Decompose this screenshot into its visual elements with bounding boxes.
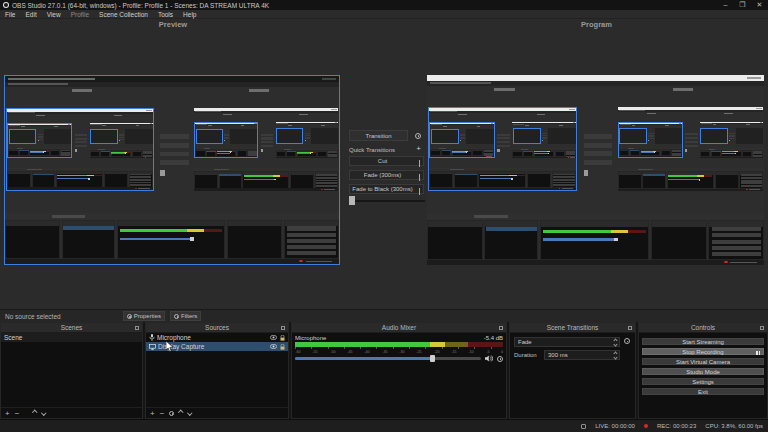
menu-tools[interactable]: Tools [158, 11, 173, 18]
capture-detail [237, 149, 247, 156]
menu-help[interactable]: Help [183, 11, 196, 18]
capture-detail [57, 178, 88, 179]
scenes-toolbar: + − [1, 407, 142, 418]
dock-pin-icon[interactable] [760, 326, 764, 330]
scenes-header[interactable]: Scenes [1, 323, 142, 333]
capture-detail [517, 175, 525, 176]
dock-pin-icon[interactable] [281, 326, 285, 330]
capture-detail [75, 149, 77, 151]
eye-visible-icon[interactable] [270, 344, 277, 349]
chevron-down-icon [419, 160, 420, 166]
start-virtual-camera-button[interactable]: Start Virtual Camera [642, 358, 764, 365]
menu-edit[interactable]: Edit [25, 11, 36, 18]
capture-detail [51, 150, 59, 151]
maximize-button[interactable]: ❐ [734, 0, 751, 10]
transition-button[interactable]: Transition [349, 130, 408, 141]
quick-transition-cut-label: Cut [378, 158, 387, 164]
move-scene-up-icon[interactable] [33, 411, 38, 416]
capture-detail [276, 122, 338, 158]
eye-visible-icon[interactable] [270, 335, 277, 340]
capture-detail [550, 151, 553, 152]
source-properties-gear-icon[interactable] [169, 411, 174, 416]
move-source-down-icon[interactable] [187, 411, 192, 416]
capture-detail [276, 150, 286, 158]
quick-transition-fade[interactable]: Fade (300ms) [349, 170, 424, 180]
menu-file[interactable]: File [5, 11, 15, 18]
menu-scene-collection[interactable]: Scene Collection [99, 11, 148, 18]
sources-header[interactable]: Sources [146, 323, 288, 333]
capture-detail [219, 174, 241, 176]
start-streaming-button[interactable]: Start Streaming [642, 338, 764, 345]
capture-detail [643, 174, 665, 176]
move-scene-down-icon[interactable] [41, 411, 46, 416]
capture-detail [190, 237, 194, 241]
capture-detail [305, 140, 306, 141]
capture-detail [553, 179, 574, 181]
capture-detail [130, 182, 151, 184]
capture-detail [287, 226, 335, 230]
capture-detail [119, 139, 124, 140]
scene-list-item[interactable]: Scene [1, 333, 142, 342]
transition-slider[interactable] [349, 196, 425, 205]
properties-button[interactable]: Properties [123, 311, 165, 321]
capture-detail [44, 129, 71, 144]
stop-recording-button[interactable]: Stop Recording [642, 348, 764, 355]
capture-detail [428, 107, 577, 191]
capture-detail [321, 125, 325, 126]
lock-icon[interactable] [280, 344, 285, 350]
transition-select[interactable]: Fade [514, 337, 620, 347]
remove-source-button[interactable]: − [160, 409, 165, 418]
quick-transition-fade-to-black[interactable]: Fade to Black (300ms) [349, 184, 424, 194]
capture-detail [541, 221, 649, 227]
capture-detail [130, 179, 151, 181]
pause-recording-icon[interactable] [756, 351, 760, 355]
capture-detail [479, 172, 525, 174]
controls-header[interactable]: Controls [639, 323, 767, 333]
transition-settings-gear-icon[interactable] [412, 130, 424, 141]
quick-transition-cut[interactable]: Cut [349, 156, 424, 166]
add-source-button[interactable]: + [150, 409, 155, 418]
mixer-gear-icon[interactable] [497, 356, 503, 362]
move-source-up-icon[interactable] [179, 411, 184, 416]
duration-spinner[interactable] [614, 352, 617, 359]
preview-display-capture[interactable] [4, 75, 340, 265]
audio-mixer-header[interactable]: Audio Mixer [292, 323, 506, 333]
capture-detail [618, 171, 642, 189]
studio-mode-button[interactable]: Studio Mode [642, 368, 764, 375]
add-quick-transition-button[interactable]: + [413, 144, 424, 154]
display-icon [149, 344, 156, 350]
select-spinner[interactable] [614, 339, 617, 346]
remove-scene-button[interactable]: − [15, 409, 20, 418]
dock-pin-icon[interactable] [135, 326, 139, 330]
capture-detail [712, 227, 761, 231]
menu-view[interactable]: View [47, 11, 61, 18]
capture-detail [430, 82, 491, 84]
capture-detail [324, 189, 336, 190]
capture-detail [638, 169, 653, 170]
capture-detail [227, 220, 282, 259]
settings-button[interactable]: Settings [642, 378, 764, 385]
docks-area: Scenes Scene + − Sources [0, 322, 768, 419]
add-scene-button[interactable]: + [5, 409, 10, 418]
volume-slider-handle[interactable] [430, 355, 435, 362]
capture-detail [427, 260, 764, 265]
capture-detail [130, 184, 151, 186]
minimize-button[interactable]: – [717, 0, 734, 10]
transition-gear-icon[interactable] [624, 338, 630, 344]
exit-button[interactable]: Exit [642, 388, 764, 395]
speaker-icon[interactable] [485, 355, 493, 362]
capture-detail [618, 189, 764, 191]
menu-profile[interactable]: Profile [71, 11, 89, 18]
duration-field[interactable]: 300 ms [544, 350, 620, 360]
volume-slider[interactable] [295, 357, 481, 360]
lock-icon[interactable] [280, 335, 285, 341]
capture-detail [306, 261, 333, 263]
capture-detail [273, 175, 280, 176]
transition-slider-handle[interactable] [349, 196, 355, 205]
dock-pin-icon[interactable] [628, 326, 632, 330]
capture-detail [648, 138, 653, 139]
dock-pin-icon[interactable] [499, 326, 503, 330]
close-button[interactable]: ✕ [751, 0, 768, 10]
scene-transitions-header[interactable]: Scene Transitions [510, 323, 635, 333]
filters-button[interactable]: Filters [170, 311, 201, 321]
